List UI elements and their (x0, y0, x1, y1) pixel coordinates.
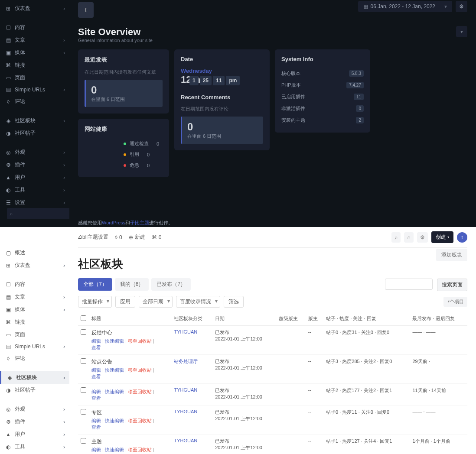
quick-edit-link[interactable]: 快速编辑 (105, 447, 124, 452)
filter-tab[interactable]: 我的（6） (115, 278, 149, 291)
row-checkbox[interactable] (81, 358, 86, 364)
edit-link[interactable]: 编辑 (91, 389, 101, 394)
category-link[interactable]: TYHGUAN (174, 387, 197, 392)
sidebar-item[interactable]: ◎外观› (0, 146, 69, 159)
sidebar-item[interactable]: ▣媒体› (0, 46, 69, 59)
sidebar-item[interactable]: ⊞仪表盘› (0, 2, 69, 15)
quick-edit-link[interactable]: 快速编辑 (105, 367, 124, 373)
menu-label: 社区板块 (16, 374, 37, 381)
sidebar-item[interactable]: ◊评论 (0, 352, 69, 365)
date-filter-select[interactable]: 全部日期 (139, 296, 173, 308)
sidebar-item[interactable]: ▤文章› (0, 291, 69, 303)
search-pages-button[interactable]: 搜索页面 (437, 279, 467, 291)
sidebar-item[interactable]: ⌘链接 (0, 316, 69, 328)
edit-link[interactable]: 编辑 (91, 447, 101, 452)
quick-edit-link[interactable]: 快速编辑 (105, 389, 124, 394)
sidebar-item[interactable]: ▤文章› (0, 34, 69, 46)
sidebar-item[interactable]: ◈社区板块› (0, 371, 69, 384)
avatar[interactable]: t (457, 232, 467, 243)
sidebar-item[interactable]: ▣媒体› (0, 303, 69, 316)
sidebar-search[interactable]: ⌕ ⋯ (7, 208, 69, 219)
row-checkbox[interactable] (81, 438, 86, 444)
sidebar-item[interactable]: ◑社区帖子 (0, 127, 69, 139)
comments-count[interactable]: ◊ 0 (115, 234, 122, 240)
filter-tab[interactable]: 已发布（7） (151, 278, 191, 291)
date-range-picker[interactable]: ▦ 06 Jan, 2022 - 12 Jan, 2022 ▾ (358, 1, 452, 12)
create-button[interactable]: 创建 › (431, 231, 453, 243)
sidebar-item[interactable]: ◊评论 (0, 95, 69, 108)
search-button[interactable]: ⌕ (391, 232, 401, 243)
settings-button[interactable]: ⚙ (456, 1, 467, 12)
collapse-button[interactable]: ▾ (456, 26, 467, 37)
view-link[interactable]: 查看 (91, 374, 101, 379)
quick-edit-link[interactable]: 快速编辑 (105, 418, 124, 423)
add-board-button[interactable]: 添加板块 (436, 249, 467, 261)
trash-link[interactable]: 移至回收站 (128, 447, 152, 452)
edit-link[interactable]: 编辑 (91, 367, 101, 373)
home-button[interactable]: ⌂ (404, 232, 413, 243)
select-all-checkbox[interactable] (81, 315, 86, 321)
chevron-right-icon: › (63, 87, 65, 93)
sidebar-item[interactable]: ◑社区帖子 (0, 384, 69, 396)
settings-button[interactable]: ⚙ (417, 232, 428, 243)
sidebar-item[interactable]: ◐工具› (0, 184, 69, 196)
filter-button[interactable]: 筛选 (224, 296, 244, 308)
edit-link[interactable]: 编辑 (91, 418, 101, 423)
info-badge: 11 (354, 94, 364, 100)
row-checkbox[interactable] (81, 409, 86, 415)
trash-link[interactable]: 移至回收站 (128, 389, 152, 394)
sidebar-item[interactable]: ☐内容 (0, 278, 69, 291)
row-checkbox[interactable] (81, 387, 86, 393)
sidebar-item[interactable]: ▭页面 (0, 71, 69, 84)
new-button[interactable]: ⊕ 新建 (129, 233, 145, 241)
row-title[interactable]: 专区 (91, 409, 169, 416)
row-title[interactable]: 反馈中心 (91, 329, 169, 337)
view-link[interactable]: 查看 (91, 396, 101, 401)
sidebar-item[interactable]: ▢概述 (0, 246, 69, 259)
row-checkbox[interactable] (81, 329, 86, 335)
sidebar-item[interactable]: ◈社区板块› (0, 114, 69, 127)
bulk-action-select[interactable]: 批量操作 (78, 296, 112, 308)
sidebar-item[interactable]: ◎外观› (0, 403, 69, 415)
calendar-icon: ▦ (363, 3, 368, 10)
sidebar-item[interactable]: ⊞仪表盘› (0, 259, 69, 272)
sidebar-item[interactable]: ▤Simple URLs› (0, 341, 69, 352)
stats: 帖子1 · 热度127 · 关注4 · 回复1 (323, 435, 410, 454)
view-link[interactable]: 查看 (91, 345, 101, 350)
sidebar-item[interactable]: ▭页面 (0, 328, 69, 341)
baidu-filter-select[interactable]: 百度收录情况 (176, 296, 220, 308)
sidebar-item[interactable]: ▤Simple URLs› (0, 84, 69, 95)
category-link[interactable]: TYHGUAN (174, 409, 197, 414)
trash-link[interactable]: 移至回收站 (128, 418, 152, 423)
category-link[interactable]: TYHGUAN (174, 329, 197, 334)
sidebar-item[interactable]: ▲用户› (0, 171, 69, 184)
trash-link[interactable]: 移至回收站 (128, 367, 152, 373)
filter-tab[interactable]: 全部（7） (78, 278, 112, 291)
view-link[interactable]: 查看 (91, 425, 101, 430)
trash-link[interactable]: 移至回收站 (128, 338, 152, 344)
sidebar-item[interactable]: ☐内容 (0, 21, 69, 34)
edit-link[interactable]: 编辑 (91, 338, 101, 344)
row-title[interactable]: 主题 (91, 438, 169, 445)
theme-link[interactable]: 子比主题 (130, 220, 149, 225)
apply-button[interactable]: 应用 (115, 296, 135, 308)
sidebar-item[interactable]: ⚙插件› (0, 415, 69, 428)
search-input[interactable] (385, 279, 433, 290)
sidebar-item[interactable]: ⌘链接 (0, 59, 69, 71)
topbar-light: Zibll主题设置 ◊ 0 ⊕ 新建 ⌘ 0 ⌕ ⌂ ⚙ 创建 › t (78, 227, 467, 248)
menu-label: 插件 (15, 418, 25, 425)
status-text: 已发布 (215, 329, 274, 336)
status-text: 已发布 (215, 438, 274, 444)
sidebar-item[interactable]: ⚙插件› (0, 159, 69, 171)
quick-edit-link[interactable]: 快速编辑 (105, 338, 124, 344)
sidebar-item[interactable]: ◐工具› (0, 441, 69, 453)
link-count[interactable]: ⌘ 0 (152, 234, 162, 240)
avatar[interactable]: t (78, 2, 94, 18)
row-title[interactable]: 站点公告 (91, 358, 169, 366)
category-link[interactable]: TYHGUAN (174, 438, 197, 443)
sidebar-item[interactable]: ▲用户› (0, 428, 69, 441)
menu-icon: ▭ (5, 75, 11, 81)
theme-settings-link[interactable]: Zibll主题设置 (78, 233, 108, 241)
wordpress-link[interactable]: WordPress (102, 220, 125, 225)
category-link[interactable]: 站务处理厅 (174, 359, 198, 364)
